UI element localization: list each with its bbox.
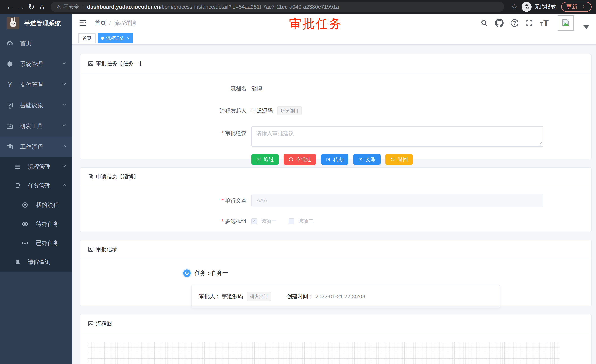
bpmn-grid-canvas[interactable] [88,342,559,364]
eye-closed-icon [21,239,29,247]
help-icon[interactable]: ? [511,19,518,27]
sidebar-item-todo-tasks[interactable]: 待办任务 [0,214,72,233]
process-name-value: 滔博 [251,82,262,95]
url-separator: | [82,4,84,10]
initiator-value: 芋道源码 [251,104,273,117]
transfer-button[interactable]: 转办 [321,154,348,165]
browser-back-icon[interactable]: ← [4,2,15,11]
app-logo-row[interactable]: 芋道管理系统 [0,14,72,33]
sidebar-item-done-tasks[interactable]: 已办任务 [0,233,72,253]
sidebar-item-workflow[interactable]: 工作流程 [0,137,72,157]
chevron-down-icon [61,102,67,109]
card-title: 流程图 [96,320,112,327]
tab-process-detail[interactable]: 流程详情 × [98,34,133,43]
sidebar-item-label: 基础设施 [20,102,61,109]
tab-close-icon[interactable]: × [127,36,130,41]
chevron-down-icon [61,123,67,130]
font-size-icon[interactable]: TT [540,19,549,27]
breadcrumb-home[interactable]: 首页 [95,19,106,27]
picture-icon [88,246,94,253]
face-icon [21,201,29,209]
process-diagram-card: 流程图 [80,314,592,364]
return-button[interactable]: 退回 [385,154,413,165]
sidebar-item-label: 我的流程 [36,201,67,209]
created-time: 2022-01-21 22:35:08 [315,293,365,300]
toolbox-icon [6,122,14,130]
address-bar[interactable]: ⚠ 不安全 | dashboard.yudao.iocoder.cn/bpm/p… [51,2,504,12]
browser-home-icon[interactable]: ⌂ [37,2,47,11]
reject-button[interactable]: 不通过 [283,154,316,165]
required-asterisk: * [222,218,224,224]
insecure-warning-icon: ⚠ [56,4,61,10]
sidebar-item-label: 任务管理 [28,182,61,190]
tab-home[interactable]: 首页 [78,34,96,43]
browser-menu-icon[interactable]: ⋮ [581,4,587,10]
sidebar-item-task-mgmt[interactable]: 任务管理 [0,176,72,195]
required-asterisk: * [222,130,224,136]
tab-label: 首页 [82,35,91,41]
workflow-submenu: 流程管理 任务管理 我的流程 [0,157,72,271]
delegate-button[interactable]: 委派 [353,154,380,165]
annotation-overlay-text: 审批任务 [289,15,343,32]
app-title: 芋道管理系统 [24,19,61,28]
user-icon [13,258,22,266]
sidebar-item-my-process[interactable]: 我的流程 [0,195,72,214]
screen: ← → ↻ ⌂ ⚠ 不安全 | dashboard.yudao.iocoder.… [0,0,596,364]
sidebar-item-process-mgmt[interactable]: 流程管理 [0,157,72,176]
checkbox-label: 选项二 [298,218,314,225]
update-label: 更新 [566,3,577,11]
sidebar-item-label: 支付管理 [20,81,61,89]
sidebar-item-payment[interactable]: ¥ 支付管理 [0,74,72,95]
page-content: 审批任务【任务一】 流程名 滔博 流程发起人 芋道源码 研发部门 [72,45,596,364]
checkbox-checked-icon: ✓ [251,218,257,224]
github-icon[interactable] [495,19,504,27]
avatar-dropdown-caret-icon[interactable] [583,25,589,29]
eye-icon [21,220,29,228]
sidebar-item-home[interactable]: 首页 [0,33,72,54]
bookmark-star-icon[interactable]: ☆ [511,3,518,11]
breadcrumb-current: 流程详情 [114,19,136,27]
browser-forward-icon[interactable]: → [15,2,26,11]
dashboard-icon [6,39,14,48]
navbar: 首页 / 流程详情 审批任务 ? TT [72,14,596,32]
sidebar-item-leave-query[interactable]: 请假查询 [0,253,72,271]
required-asterisk: * [222,197,224,204]
checkbox-label: 选项一 [261,218,277,225]
button-label: 委派 [365,156,376,163]
browser-reload-icon[interactable]: ↻ [26,2,37,11]
suggestion-textarea[interactable]: 请输入审批建议 [251,126,544,147]
suggestion-label: 审批建议 [225,130,246,136]
list-icon [13,163,22,171]
text-field-value: AAA [257,197,267,204]
approve-button[interactable]: 通过 [251,154,279,165]
card-title: 申请信息【滔博】 [96,173,139,181]
avatar[interactable] [558,15,574,31]
checkbox-group: ✓ 选项一 选项二 [251,218,314,225]
sidebar-item-label: 已办任务 [36,239,67,247]
sidebar-item-system[interactable]: 系统管理 [0,54,72,74]
incognito-label: 无痕模式 [534,3,556,11]
tab-bar: 首页 流程详情 × [72,32,596,45]
picture-icon [88,320,94,327]
sidebar-item-infrastructure[interactable]: 基础设施 [0,95,72,116]
incognito-icon [522,2,532,12]
active-tab-dot-icon [101,37,104,40]
sidebar-item-label: 研发工具 [20,122,61,130]
tree-icon [13,182,22,190]
clock-icon [183,269,191,277]
checkbox-unchecked-icon [289,218,294,224]
search-icon[interactable] [480,19,488,27]
breadcrumb-separator: / [109,20,111,26]
browser-update-button[interactable]: 更新 ⋮ [561,2,592,12]
fullscreen-icon[interactable] [525,19,533,27]
text-field-label: 单行文本 [225,197,246,204]
incognito-indicator: 无痕模式 [522,2,556,12]
request-info-card: 申请信息【滔博】 *单行文本 AAA *多选框组 [80,167,592,232]
document-icon [88,174,94,180]
timeline-item: 任务：任务一 [183,269,584,277]
chevron-up-icon [61,182,67,189]
resize-grip[interactable] [539,142,542,145]
sidebar-item-devtools[interactable]: 研发工具 [0,116,72,137]
task-name: 任务：任务一 [195,269,228,277]
sidebar-collapse-icon[interactable] [79,19,87,27]
